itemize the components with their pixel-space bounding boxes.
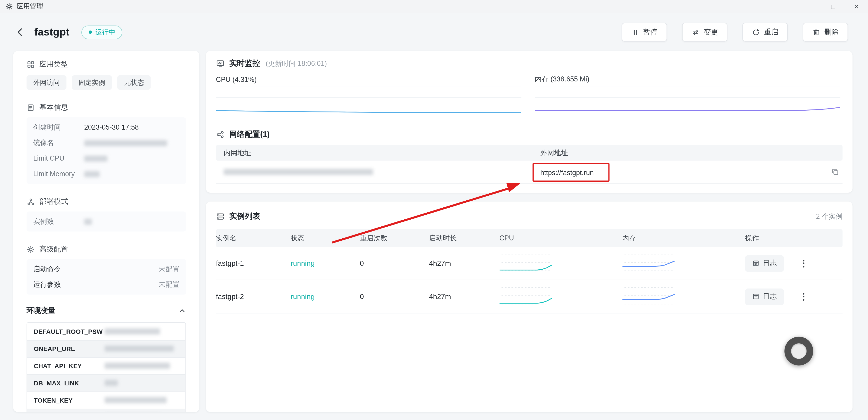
maximize-button[interactable]: □	[822, 0, 845, 13]
env-row: TOKEN_KEY	[27, 391, 185, 409]
info-label: 创建时间	[33, 123, 84, 132]
info-row-limit-memory: Limit Memory	[27, 166, 186, 182]
cpu-chart-label: CPU (4.31%)	[216, 73, 522, 86]
restart-icon	[752, 28, 760, 36]
monitor-title: 实时监控	[229, 59, 260, 69]
log-icon	[752, 260, 760, 267]
env-key: CHAT_API_KEY	[27, 363, 101, 369]
info-value: 2023-05-30 17:58	[84, 123, 139, 131]
instance-cpu-sparkline	[499, 285, 552, 306]
memory-chart-label: 内存 (338.655 Mi)	[535, 73, 840, 86]
restart-button-label: 重启	[764, 27, 778, 37]
redacted-value	[84, 171, 100, 177]
back-button[interactable]	[13, 26, 27, 39]
section-advanced-config: 高级配置	[27, 244, 186, 255]
redacted-value	[105, 346, 174, 352]
instance-restarts: 0	[360, 259, 429, 268]
instance-memory-sparkline	[622, 285, 675, 306]
table-row: fastgpt-2 running 0 4h27m 日志	[216, 280, 843, 313]
instance-uptime: 4h27m	[429, 293, 499, 301]
redacted-value	[105, 328, 160, 334]
redacted-value	[84, 155, 107, 161]
instances-card: 实例列表 2 个实例 实例名 状态 重启次数 启动时长 CPU 内存 操作 fa…	[206, 202, 852, 412]
change-button[interactable]: 变更	[682, 23, 727, 41]
instance-count: 2 个实例	[816, 212, 842, 221]
basic-info-block: 创建时间 2023-05-30 17:58 镜像名 Limit CPU Limi…	[27, 117, 186, 184]
redacted-value	[105, 380, 118, 386]
instances-title: 实例列表	[229, 211, 260, 221]
section-title: 高级配置	[39, 244, 68, 254]
document-icon	[27, 103, 35, 112]
cursor-click-marker	[784, 337, 813, 365]
col-memory: 内存	[622, 233, 745, 243]
section-basic-info: 基本信息	[27, 102, 186, 113]
network-table-row: https://fastgpt.run	[216, 160, 843, 184]
table-row: fastgpt-1 running 0 4h27m 日志	[216, 247, 843, 280]
env-vars-title: 环境变量	[27, 306, 55, 316]
minimize-button[interactable]: —	[798, 0, 822, 13]
pause-icon	[631, 28, 640, 36]
more-options-button[interactable]	[800, 257, 806, 269]
info-row-instance-count: 实例数	[27, 214, 186, 229]
tag-fixed-instance: 固定实例	[72, 75, 112, 90]
redacted-value	[84, 218, 92, 224]
col-restarts: 重启次数	[360, 233, 429, 243]
memory-chart: 内存 (338.655 Mi)	[535, 73, 840, 121]
redacted-value	[105, 363, 170, 369]
log-icon	[752, 293, 760, 300]
status-dot-icon	[89, 31, 92, 34]
instances-table-header: 实例名 状态 重启次数 启动时长 CPU 内存 操作	[216, 229, 843, 247]
status-label: 运行中	[95, 27, 115, 37]
more-options-button[interactable]	[800, 291, 806, 303]
env-key: DB_MAX_LINK	[27, 380, 101, 387]
col-uptime: 启动时长	[429, 233, 499, 243]
page-title: fastgpt	[34, 26, 69, 38]
info-label: Limit Memory	[33, 170, 84, 178]
network-table: 内网地址 外网地址 https://fastgpt.run	[216, 145, 843, 184]
network-table-header: 内网地址 外网地址	[216, 145, 843, 160]
section-deploy-mode: 部署模式	[27, 196, 186, 207]
pause-button-label: 暂停	[643, 27, 658, 37]
instance-restarts: 0	[360, 293, 429, 301]
restart-button[interactable]: 重启	[742, 23, 788, 41]
monitor-card: 实时监控 (更新时间 18:06:01) CPU (4.31%) 内存 (338…	[206, 51, 852, 193]
chevron-left-icon	[14, 27, 26, 38]
monitor-icon	[216, 59, 225, 68]
log-button[interactable]: 日志	[745, 255, 784, 271]
external-url[interactable]: https://fastgpt.run	[540, 169, 594, 176]
instances-header: 实例列表	[216, 209, 260, 224]
cpu-chart-line	[216, 86, 522, 121]
monitor-header: 实时监控 (更新时间 18:06:01)	[216, 57, 843, 71]
instance-uptime: 4h27m	[429, 259, 499, 268]
env-vars-table: DEFAULT_ROOT_PSW ONEAPI_URL CHAT_API_KEY…	[27, 322, 186, 412]
deploy-mode-block: 实例数	[27, 211, 186, 231]
adv-value: 未配置	[158, 264, 179, 274]
monitor-charts: CPU (4.31%) 内存 (338.655 Mi)	[216, 73, 843, 121]
advanced-config-block: 启动命令 未配置 运行参数 未配置	[27, 259, 186, 295]
info-label: 镜像名	[33, 138, 84, 148]
col-external-address: 外网地址	[532, 148, 842, 158]
pause-button[interactable]: 暂停	[622, 23, 667, 41]
col-internal-address: 内网地址	[216, 148, 532, 158]
chevron-up-icon[interactable]	[178, 307, 186, 314]
section-title: 部署模式	[39, 197, 68, 207]
tag-external-access: 外网访问	[27, 75, 66, 90]
instance-status: running	[290, 293, 360, 301]
memory-chart-line	[535, 86, 840, 121]
app-window: 应用管理 — □ × fastgpt 运行中 暂停 变更 重启 删除	[0, 0, 868, 420]
cpu-chart: CPU (4.31%)	[216, 73, 522, 121]
copy-icon[interactable]	[831, 168, 839, 176]
swap-arrows-icon	[691, 28, 700, 36]
main-content: 实时监控 (更新时间 18:06:01) CPU (4.31%) 内存 (338…	[206, 51, 852, 412]
tag-stateless: 无状态	[117, 75, 151, 90]
info-row-created: 创建时间 2023-05-30 17:58	[27, 120, 186, 135]
adv-label: 运行参数	[33, 280, 61, 290]
window-title: 应用管理	[17, 2, 43, 11]
info-label: Limit CPU	[33, 154, 84, 162]
change-button-label: 变更	[704, 27, 718, 37]
log-button-label: 日志	[763, 292, 777, 301]
log-button[interactable]: 日志	[745, 288, 784, 305]
close-button[interactable]: ×	[845, 0, 868, 13]
info-row-image: 镜像名	[27, 135, 186, 151]
delete-button[interactable]: 删除	[803, 23, 848, 41]
